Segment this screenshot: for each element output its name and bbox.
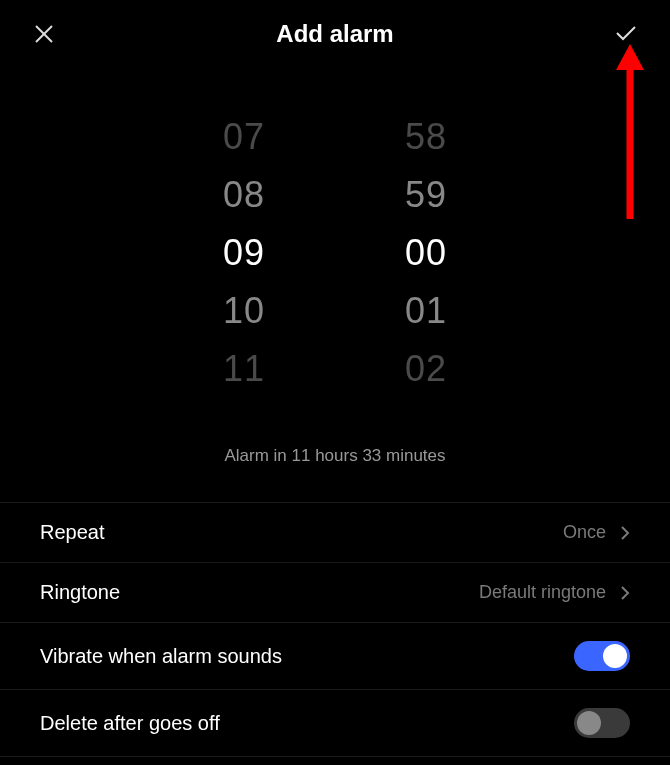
repeat-value: Once	[563, 522, 606, 543]
minute-picker[interactable]: 58 59 00 01 02	[405, 108, 447, 398]
toggle-knob	[603, 644, 627, 668]
repeat-label: Repeat	[40, 521, 105, 544]
minute-option[interactable]: 02	[405, 340, 447, 398]
confirm-button[interactable]	[612, 20, 640, 48]
delete-after-row: Delete after goes off	[0, 689, 670, 756]
minute-option[interactable]: 01	[405, 282, 447, 340]
label-row: Label	[0, 756, 670, 765]
toggle-knob	[577, 711, 601, 735]
alarm-countdown-text: Alarm in 11 hours 33 minutes	[0, 428, 670, 494]
hour-option[interactable]: 07	[223, 108, 265, 166]
delete-after-toggle[interactable]	[574, 708, 630, 738]
ringtone-label: Ringtone	[40, 581, 120, 604]
close-icon	[32, 22, 56, 46]
vibrate-toggle[interactable]	[574, 641, 630, 671]
chevron-right-icon	[620, 525, 630, 541]
minute-option[interactable]: 59	[405, 166, 447, 224]
close-button[interactable]	[30, 20, 58, 48]
vibrate-row: Vibrate when alarm sounds	[0, 622, 670, 689]
ringtone-value: Default ringtone	[479, 582, 606, 603]
delete-after-label: Delete after goes off	[40, 712, 220, 735]
ringtone-row[interactable]: Ringtone Default ringtone	[0, 562, 670, 622]
hour-option[interactable]: 10	[223, 282, 265, 340]
hour-option-selected[interactable]: 09	[223, 224, 265, 282]
minute-option-selected[interactable]: 00	[405, 224, 447, 282]
hour-option[interactable]: 08	[223, 166, 265, 224]
repeat-row[interactable]: Repeat Once	[0, 502, 670, 562]
hour-picker[interactable]: 07 08 09 10 11	[223, 108, 265, 398]
page-title: Add alarm	[58, 20, 612, 48]
minute-option[interactable]: 58	[405, 108, 447, 166]
vibrate-label: Vibrate when alarm sounds	[40, 645, 282, 668]
chevron-right-icon	[620, 585, 630, 601]
check-icon	[612, 20, 640, 48]
hour-option[interactable]: 11	[223, 340, 265, 398]
